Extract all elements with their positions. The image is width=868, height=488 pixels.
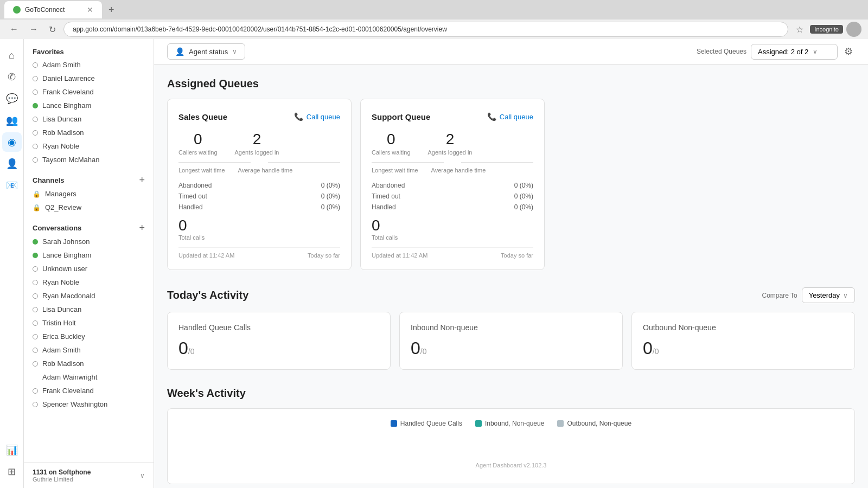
support-queue-stats: 0 Callers waiting 2 Agents logged in	[372, 132, 533, 156]
total-calls-label: Total calls	[372, 234, 398, 241]
footer-info: 1131 on Softphone Guthrie Limited	[33, 468, 91, 483]
legend-label: Handled Queue Calls	[400, 420, 462, 427]
support-metrics: Abandoned 0 (0%) Timed out 0 (0%) Handle…	[372, 180, 533, 213]
sidebar-item-managers[interactable]: 🔒 Managers	[24, 187, 154, 201]
sidebar-item-label: Unknown user	[42, 265, 87, 273]
sidebar-item-label: Frank Cleveland	[42, 387, 94, 395]
phone-icon: 📞	[487, 112, 496, 121]
handled-label: Handled	[372, 203, 396, 211]
dashboard-icon[interactable]: ◉	[2, 132, 22, 152]
app-container: ⌂ ✆ 💬 👥 ◉ 👤 📧 📊 ⊞ Favorites Adam Smith D…	[0, 39, 868, 488]
sales-total: 0 Total calls	[178, 217, 340, 241]
sidebar-item-ryan-macdonald[interactable]: Ryan Macdonald	[24, 289, 154, 303]
sidebar-item-adam-smith[interactable]: Adam Smith	[24, 58, 154, 72]
sidebar-item-taysom-mcmahan[interactable]: Taysom McMahan	[24, 153, 154, 166]
chat-icon[interactable]: 💬	[2, 89, 22, 108]
sidebar-item-lisa-duncan-conv[interactable]: Lisa Duncan	[24, 303, 154, 316]
agents-logged-value: 2	[235, 132, 279, 147]
legend-dot-blue	[391, 420, 397, 427]
sidebar-item-label: Lance Bingham	[42, 101, 91, 110]
sidebar-item-q2review[interactable]: 🔒 Q2_Review	[24, 201, 154, 214]
sidebar-item-spencer-washington[interactable]: Spencer Washington	[24, 397, 154, 411]
refresh-button[interactable]: ↻	[46, 22, 59, 37]
status-dot-empty	[33, 334, 38, 339]
sidebar-item-ryan-noble-conv[interactable]: Ryan Noble	[24, 275, 154, 289]
queue-select-dropdown[interactable]: Assigned: 2 of 2 ∨	[751, 44, 838, 60]
sidebar-icons: ⌂ ✆ 💬 👥 ◉ 👤 📧 📊 ⊞	[0, 39, 24, 488]
outbound-non-queue-card: Outbound Non-queue 0/0	[631, 312, 855, 370]
sidebar-item-label: Lisa Duncan	[42, 305, 81, 313]
url-bar[interactable]: app.goto.com/domain/013a6beb-7e4d-4529-9…	[63, 22, 788, 37]
left-panel-footer[interactable]: 1131 on Softphone Guthrie Limited ∨	[24, 463, 154, 488]
support-time-stats: Longest wait time Average handle time	[372, 167, 533, 174]
sidebar-item-ryan-noble[interactable]: Ryan Noble	[24, 139, 154, 153]
conversations-add-button[interactable]: +	[139, 223, 145, 233]
sidebar-item-label: Erica Buckley	[42, 332, 85, 341]
browser-tab-active[interactable]: GoToConnect ✕	[4, 1, 102, 18]
sidebar-item-label: Managers	[45, 190, 76, 198]
sidebar-item-daniel-lawrence[interactable]: Daniel Lawrence	[24, 72, 154, 85]
bookmark-button[interactable]: ☆	[793, 22, 807, 37]
agent-status-button[interactable]: 👤 Agent status ∨	[167, 43, 245, 60]
longest-wait-label: Longest wait time	[372, 167, 418, 174]
sidebar-item-frank-cleveland[interactable]: Frank Cleveland	[24, 85, 154, 99]
phone-icon[interactable]: ✆	[2, 67, 22, 87]
support-total: 0 Total calls	[372, 217, 533, 241]
legend-handled-queue-calls: Handled Queue Calls	[391, 420, 462, 427]
phone-icon: 📞	[294, 112, 303, 121]
settings-button[interactable]: ⚙	[842, 43, 855, 60]
compare-to-selector: Compare To Yesterday ∨	[762, 287, 856, 303]
compare-value: /0	[420, 347, 427, 356]
legend-dot-gray	[557, 420, 564, 427]
sidebar-item-tristin-holt[interactable]: Tristin Holt	[24, 316, 154, 330]
sidebar-item-sarah-johnson[interactable]: Sarah Johnson	[24, 235, 154, 248]
sales-call-queue-button[interactable]: 📞 Call queue	[294, 110, 340, 123]
home-icon[interactable]: ⌂	[2, 46, 22, 65]
sidebar-item-lance-bingham-conv[interactable]: Lance Bingham	[24, 248, 154, 262]
status-dot-empty	[33, 117, 38, 122]
sidebar-item-rob-madison-conv[interactable]: Rob Madison	[24, 357, 154, 370]
tab-close-button[interactable]: ✕	[87, 5, 93, 14]
new-tab-button[interactable]: +	[104, 2, 119, 18]
apps-icon[interactable]: ⊞	[2, 462, 22, 481]
favorites-section-header: Favorites	[24, 43, 154, 58]
analytics-icon[interactable]: 📊	[2, 440, 22, 460]
status-dot-empty	[33, 144, 38, 149]
team-icon[interactable]: 👥	[2, 111, 22, 130]
inbound-non-queue-title: Inbound Non-queue	[411, 323, 611, 332]
contacts-icon[interactable]: 👤	[2, 154, 22, 174]
agents-logged-label: Agents logged in	[428, 149, 473, 156]
agents-logged-value: 2	[428, 132, 473, 147]
channels-add-button[interactable]: +	[139, 175, 145, 185]
forward-button[interactable]: →	[26, 22, 41, 36]
timed-out-row: Timed out 0 (0%)	[372, 191, 533, 202]
abandoned-row: Abandoned 0 (0%)	[372, 180, 533, 191]
tab-title: GoToConnect	[25, 6, 65, 14]
sidebar-item-adam-smith-conv[interactable]: Adam Smith	[24, 343, 154, 357]
sidebar-item-lisa-duncan[interactable]: Lisa Duncan	[24, 112, 154, 126]
chevron-down-icon: ∨	[140, 472, 145, 479]
inbound-non-queue-card: Inbound Non-queue 0/0	[399, 312, 623, 370]
sales-queue-title: Sales Queue	[178, 112, 227, 121]
sidebar-item-unknown-user[interactable]: Unknown user	[24, 262, 154, 275]
content-body: Assigned Queues Sales Queue 📞 Call queue…	[154, 65, 868, 488]
sidebar-item-adam-wainwright[interactable]: Adam Wainwright	[24, 370, 154, 384]
sidebar-item-frank-cleveland-conv[interactable]: Frank Cleveland	[24, 384, 154, 397]
status-dot-empty	[33, 320, 38, 326]
avg-handle-stat: Average handle time	[431, 167, 486, 174]
back-button[interactable]: ←	[7, 22, 22, 36]
browser-actions: ☆ Incognito	[793, 22, 861, 37]
sidebar-item-rob-madison[interactable]: Rob Madison	[24, 126, 154, 139]
value-number: 0	[643, 338, 653, 358]
browser-controls: ← → ↻ app.goto.com/domain/013a6beb-7e4d-…	[0, 20, 868, 39]
lock-icon: 🔒	[33, 204, 41, 211]
sidebar-item-lance-bingham[interactable]: Lance Bingham	[24, 99, 154, 112]
sidebar-item-erica-buckley[interactable]: Erica Buckley	[24, 330, 154, 343]
agents-logged-stat: 2 Agents logged in	[428, 132, 473, 156]
status-dot-empty	[33, 89, 38, 95]
sidebar-item-label: Lisa Duncan	[42, 115, 81, 123]
compare-select-dropdown[interactable]: Yesterday ∨	[802, 287, 855, 303]
voicemail-icon[interactable]: 📧	[2, 176, 22, 195]
support-call-queue-button[interactable]: 📞 Call queue	[487, 110, 533, 123]
profile-avatar[interactable]	[846, 22, 861, 37]
